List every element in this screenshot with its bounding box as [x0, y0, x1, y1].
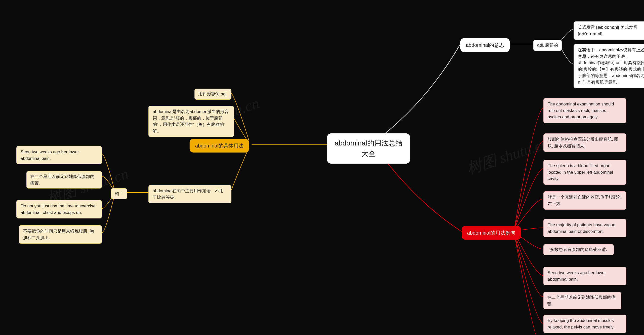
sentence-leaf-2[interactable]: The spleen is a blood filled organ locat… [543, 160, 626, 185]
sentence-leaf-3[interactable]: 脾是一个充满着血液的器官,位于腹部的左上方. [543, 191, 626, 210]
sentence-leaf-4[interactable]: The majority of patients have vague abdo… [543, 219, 626, 237]
sentence-leaf-6[interactable]: Seen two weeks ago her lower abdominal p… [543, 267, 626, 285]
center-node[interactable]: abdominal的用法总结大全 [327, 133, 410, 164]
sentence-leaf-0[interactable]: The abdominal examination should rule ou… [543, 98, 626, 123]
usage-example-1[interactable]: 在二个星期以前见到她降低腹部的痛苦. [26, 171, 102, 189]
branch-meaning[interactable]: abdominal的意思 [460, 38, 510, 52]
watermark-text: 树图 shutu.cn [464, 133, 551, 179]
branch-sentences[interactable]: abdominal的用法例句 [462, 226, 521, 240]
usage-leaf-1[interactable]: abdominal是由名词abdomen派生的形容词，意思是“腹的，腹部的，位于… [148, 106, 234, 137]
usage-example-3[interactable]: 不要把你的时间只是用来锻炼腹肌. 胸肌和二头肌上. [19, 225, 102, 244]
sentence-leaf-8[interactable]: By keeping the abdominal muscles relaxed… [543, 315, 626, 333]
meaning-leaf-1[interactable]: 在英语中，abdominal不仅具有上述意思，还有更详尽的用法，abdomina… [574, 44, 644, 88]
sentence-leaf-5[interactable]: 多数患者有腹部的隐痛或不适. [543, 244, 614, 255]
meaning-sub[interactable]: adj. 腹部的 [533, 40, 562, 51]
branch-usage[interactable]: abdominal的具体用法 [190, 139, 249, 153]
usage-example-0[interactable]: Seen two weeks ago her lower abdominal p… [16, 146, 102, 164]
usage-example-2[interactable]: Do not you just use the time to exercise… [16, 200, 102, 218]
usage-leaf-2[interactable]: abdominal在句中主要用作定语，不用于比较等级。 [148, 185, 231, 203]
meaning-leaf-0[interactable]: 英式发音 [æb'dɒmɪnl] 美式发音 [æb'dɑːmɪnl] [574, 21, 644, 40]
sentence-leaf-7[interactable]: 在二个星期以前见到她降低腹部的痛苦. [543, 292, 621, 309]
usage-leaf-0[interactable]: 用作形容词 adj. [194, 89, 231, 100]
usage-example-label[interactable]: 如： [111, 188, 127, 199]
sentence-leaf-1[interactable]: 腹部的体格检查应该分辨出腹直肌, 团块, 腹水及器官肥大. [543, 133, 626, 152]
